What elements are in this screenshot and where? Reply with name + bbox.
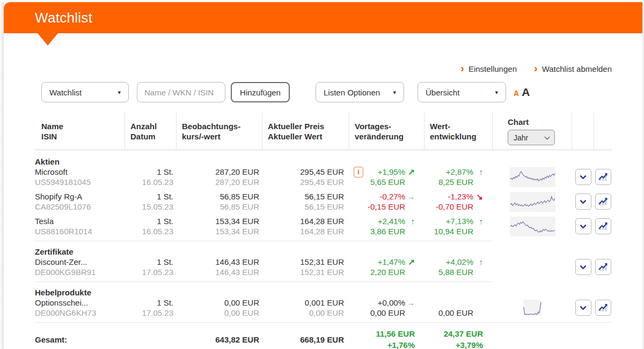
chart-icon xyxy=(598,221,609,232)
expand-button[interactable] xyxy=(575,300,591,316)
search-input[interactable] xyxy=(137,82,225,102)
instrument-name: Optionsschei... xyxy=(35,298,125,308)
watch-value: 146,43 EUR xyxy=(177,267,259,277)
link-label: Watchlist abmelden xyxy=(542,64,612,73)
vortag-percent: -0,27% xyxy=(368,191,405,202)
wertentwicklung-value: -0,70 EUR xyxy=(436,202,473,212)
expand-button[interactable] xyxy=(575,194,591,210)
table-row: TeslaUS88160R10141 St.16.05.23153,34 EUR… xyxy=(35,216,612,236)
watch-value: 0,00 EUR xyxy=(177,308,259,318)
page-title: Watchlist xyxy=(4,10,92,26)
current-price: 152,31 EUR xyxy=(262,257,344,267)
wertentwicklung-cell: +7,13%10,94 EUR↑ xyxy=(425,216,493,236)
chevron-down-icon xyxy=(545,134,550,139)
watch-date: 17.05.23 xyxy=(125,308,173,318)
hinzufuegen-button[interactable]: Hinzufügen xyxy=(231,82,290,102)
quantity: 1 St. xyxy=(125,216,173,226)
col-header-vortag: Vortages- veränderung xyxy=(349,113,425,150)
quantity: 1 St. xyxy=(125,167,173,177)
table-row: Shopify Rg-ACA82509L10761 St.15.05.2356,… xyxy=(35,191,612,212)
header-links: › Einstellungen › Watchlist abmelden xyxy=(0,63,612,74)
current-value: 295,45 EUR xyxy=(262,177,344,187)
expand-button[interactable] xyxy=(575,259,591,275)
open-chart-button[interactable] xyxy=(595,218,611,234)
watch-date: 15.05.23 xyxy=(125,202,173,212)
wertentwicklung-cell: 0,00 EUR xyxy=(425,298,493,318)
group-label: Zertifikate xyxy=(35,247,612,257)
current-value: 152,31 EUR xyxy=(262,267,344,277)
total-beobachtungswert: 643,82 EUR xyxy=(177,334,259,345)
watch-price: 287,20 EUR xyxy=(177,167,259,177)
listen-optionen-select[interactable]: Listen Optionen ▾ xyxy=(316,82,404,102)
trend-up-icon: ↑ xyxy=(473,167,483,177)
quantity: 1 St. xyxy=(125,191,173,202)
wertentwicklung-percent: -1,23% xyxy=(436,191,473,202)
vortag-value: 0,00 EUR xyxy=(370,308,405,318)
current-value: 56,15 EUR xyxy=(262,202,344,212)
font-size-large-button[interactable]: A xyxy=(522,86,530,99)
watch-price: 56,85 EUR xyxy=(177,191,259,202)
col-header-line: Aktueller Preis xyxy=(268,121,349,131)
open-chart-button[interactable] xyxy=(595,169,611,185)
header-tail xyxy=(38,33,58,46)
link-watchlist-abmelden[interactable]: › Watchlist abmelden xyxy=(534,63,612,74)
trend-up-right-icon: ↗ xyxy=(405,257,415,267)
chart-icon xyxy=(598,302,609,313)
table-row: MicrosoftUS59491810451 St.16.05.23287,20… xyxy=(35,167,612,187)
chart-period-select[interactable]: Jahr xyxy=(508,130,555,145)
font-size-small-button[interactable]: A xyxy=(514,89,519,98)
total-aktueller-wert-cell: 668,19 EUR xyxy=(262,334,349,345)
watch-date: 16.05.23 xyxy=(125,226,173,236)
col-header-line: entwicklung xyxy=(430,131,492,142)
page-left-edge xyxy=(0,2,4,349)
instrument-isin: US88160R1014 xyxy=(35,226,125,236)
watchlist-select[interactable]: Watchlist ▾ xyxy=(41,82,129,102)
total-wert-pct: +3,79% xyxy=(444,339,483,349)
vortag-percent: +1,95% xyxy=(370,167,405,177)
current-price: 295,45 EUR xyxy=(262,167,344,177)
current-price: 56,15 EUR xyxy=(262,191,344,202)
chart-icon xyxy=(598,196,609,207)
group-label: Hebelprodukte xyxy=(35,287,612,298)
quantity: 1 St. xyxy=(125,257,173,267)
open-chart-button[interactable] xyxy=(595,194,611,210)
col-header-line: Vortages- xyxy=(355,121,424,131)
current-price: 0,001 EUR xyxy=(262,298,344,308)
vortag-percent: +0,00% xyxy=(370,298,405,308)
chevron-down-icon xyxy=(580,197,587,204)
vortag-value: 2,20 EUR xyxy=(370,267,405,277)
total-row: Gesamt: 643,82 EUR 668,19 EUR 11,56 EUR … xyxy=(35,323,612,349)
chart-icon xyxy=(598,172,609,182)
vortag-cell: +2,41%3,86 EUR↑ xyxy=(349,216,425,236)
uebersicht-select[interactable]: Übersicht ▾ xyxy=(418,82,506,102)
wertentwicklung-value: 0,00 EUR xyxy=(438,308,473,318)
watch-date: 17.05.23 xyxy=(125,267,173,277)
col-header-line: Chart xyxy=(508,117,572,127)
info-icon[interactable]: i xyxy=(354,167,363,177)
watch-price: 0,00 EUR xyxy=(177,298,259,308)
trend-up-icon: ↑ xyxy=(405,216,415,226)
select-value: Listen Optionen xyxy=(324,88,380,97)
instrument-isin: CA82509L1076 xyxy=(35,202,125,212)
select-value: Jahr xyxy=(514,133,528,142)
open-chart-button[interactable] xyxy=(595,300,611,316)
open-chart-button[interactable] xyxy=(595,259,611,275)
wertentwicklung-percent: +4,02% xyxy=(438,257,473,267)
col-header-line: veränderung xyxy=(355,131,424,142)
vortag-value: -0,15 EUR xyxy=(368,202,405,212)
trend-up-icon: ↑ xyxy=(473,216,483,226)
table-row: Discount-Zer...DE000KG9BR911 St.17.05.23… xyxy=(35,257,612,277)
link-einstellungen[interactable]: › Einstellungen xyxy=(460,63,517,74)
col-header-line: Aktueller Wert xyxy=(268,131,349,142)
col-header-line: kurs/-wert xyxy=(182,131,262,142)
watch-value: 287,20 EUR xyxy=(177,177,259,187)
expand-button[interactable] xyxy=(575,169,591,185)
col-header-line: Name xyxy=(41,121,125,131)
quantity: 1 St. xyxy=(125,298,173,308)
total-beobachtungswert-cell: 643,82 EUR xyxy=(177,334,262,345)
watch-price: 146,43 EUR xyxy=(177,257,259,267)
total-wert-eur: 24,37 EUR xyxy=(444,328,483,339)
expand-button[interactable] xyxy=(575,218,591,234)
total-wertentwicklung-cell: 24,37 EUR +3,79% xyxy=(425,328,493,349)
font-size-controls: A A xyxy=(514,86,530,99)
